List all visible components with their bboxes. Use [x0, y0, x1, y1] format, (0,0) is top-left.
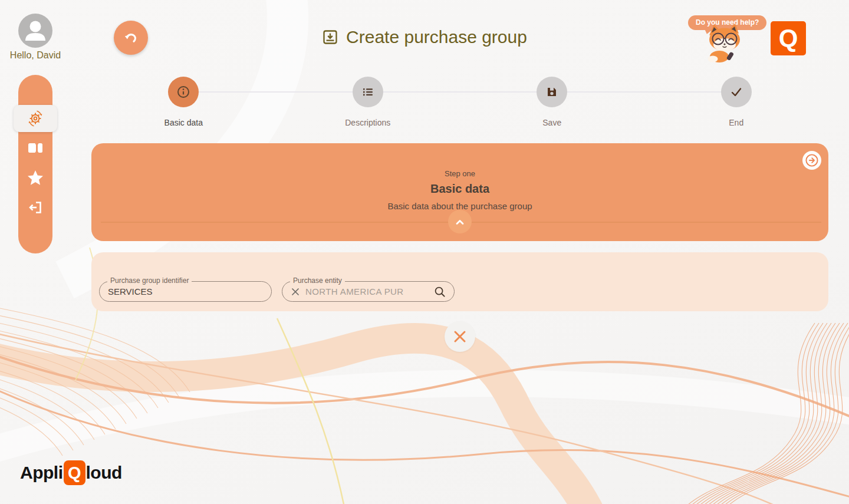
list-icon	[361, 85, 374, 98]
logo-q-block: Q	[64, 460, 85, 485]
step-end: End	[644, 77, 829, 127]
step-label: End	[729, 118, 743, 127]
close-form-button[interactable]	[445, 321, 475, 352]
appliqloud-logo: Appli Q loud	[20, 460, 122, 485]
step-basic-data-circle[interactable]	[168, 77, 199, 107]
sidebar-item-favorites[interactable]	[18, 170, 52, 186]
stepper: Basic data Descriptions	[91, 77, 828, 127]
step-save-circle[interactable]	[537, 77, 567, 107]
purchase-group-identifier-input[interactable]	[108, 286, 263, 297]
step-descriptions: Descriptions	[276, 77, 460, 127]
step-banner: Step one Basic data Basic data about the…	[91, 143, 828, 241]
close-icon	[452, 329, 468, 344]
sidebar-item-process-settings[interactable]	[14, 105, 57, 132]
basic-data-form-panel: Purchase group identifier Purchase entit…	[91, 252, 828, 311]
search-icon[interactable]	[434, 286, 446, 298]
purchase-entity-field[interactable]: Purchase entity	[282, 281, 455, 302]
step-end-circle[interactable]	[721, 77, 752, 107]
banner-step-label: Step one	[91, 169, 828, 178]
check-icon	[729, 85, 743, 99]
sidebar-item-logout[interactable]	[18, 200, 52, 215]
save-icon	[545, 85, 558, 98]
chevron-up-icon	[455, 218, 465, 226]
app-window: Hello, David Create purchase group Do yo…	[0, 0, 849, 504]
logo-text-post: loud	[86, 463, 122, 483]
purchase-group-identifier-field[interactable]: Purchase group identifier	[99, 281, 272, 302]
step-label: Basic data	[164, 118, 203, 127]
next-step-button[interactable]	[802, 151, 821, 170]
field-label: Purchase entity	[290, 276, 345, 285]
step-basic-data: Basic data	[91, 77, 276, 127]
step-save: Save	[460, 77, 644, 127]
process-settings-icon	[27, 110, 44, 127]
sidebar-item-modules[interactable]	[18, 141, 52, 154]
brand-q-logo[interactable]: Q	[771, 21, 806, 55]
modules-icon	[28, 141, 43, 154]
clear-icon[interactable]	[291, 287, 300, 297]
info-icon	[176, 85, 190, 99]
step-label: Descriptions	[345, 118, 390, 127]
star-icon	[27, 170, 44, 186]
sidebar	[18, 75, 52, 253]
logo-text-pre: Appli	[20, 463, 63, 483]
collapse-banner-button[interactable]	[448, 210, 472, 233]
step-label: Save	[542, 118, 561, 127]
logout-icon	[28, 200, 43, 215]
create-group-icon	[322, 29, 338, 45]
step-descriptions-circle[interactable]	[353, 77, 383, 107]
arrow-circle-right-icon	[805, 153, 819, 167]
page-title-text: Create purchase group	[346, 27, 527, 47]
user-greeting: Hello, David	[5, 50, 66, 61]
fox-mascot[interactable]	[702, 24, 749, 64]
purchase-entity-input[interactable]	[305, 286, 429, 297]
banner-title: Basic data	[91, 182, 828, 196]
field-label: Purchase group identifier	[107, 276, 192, 285]
